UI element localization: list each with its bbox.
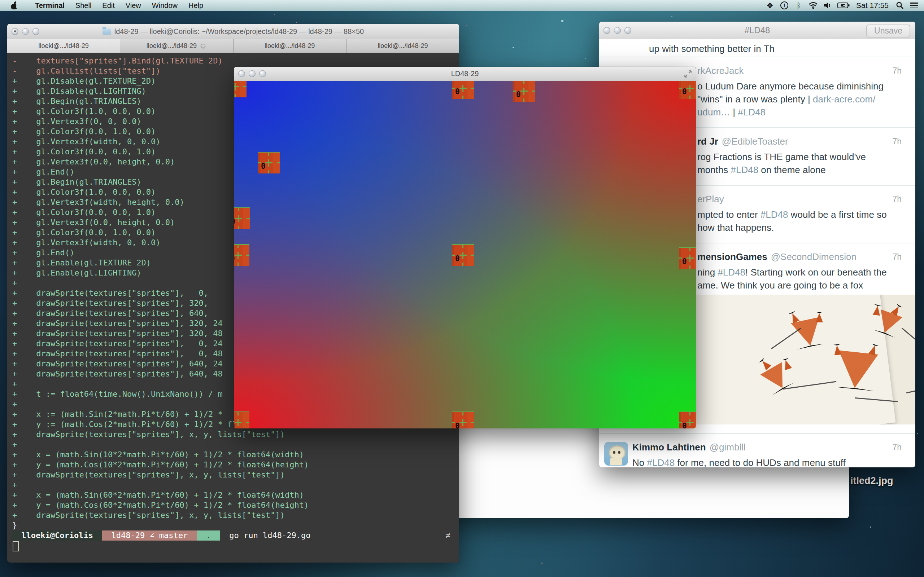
tweet-link[interactable]: #LD48 xyxy=(731,164,759,175)
ld48-titlebar[interactable]: LD48-29 xyxy=(234,67,696,81)
diff-line: - textures["sprites"].Bind(gl.TEXTURE_2D… xyxy=(12,56,459,66)
star-speck xyxy=(512,47,514,48)
terminal-tab[interactable]: lloeki@.../ld48-29 xyxy=(7,39,120,53)
star-speck xyxy=(585,58,586,59)
prompt-segment-status: . xyxy=(197,530,220,541)
tweet-handle[interactable]: rkAcreJack xyxy=(697,65,744,76)
crosshair-icon xyxy=(237,412,239,416)
tweet-display-name[interactable]: rd Jr xyxy=(697,136,718,147)
tweet-text-line: months #LD48 on theme alone xyxy=(697,163,901,176)
menu-clock[interactable]: Sat 17:55 xyxy=(855,1,890,10)
diff-line: + y = (math.Cos(60*2*math.Pi*t/60) + 1)/… xyxy=(12,500,459,510)
spotlight-icon[interactable] xyxy=(895,0,905,11)
tweet-handle[interactable]: @SecondDimension xyxy=(771,251,856,262)
bluetooth-icon[interactable]: ᛒ xyxy=(794,0,803,11)
time-machine-icon[interactable]: ! xyxy=(780,0,789,11)
crosshair-icon xyxy=(471,88,474,89)
tweet-text: o Ludum Dare anymore because diminishing xyxy=(697,81,884,92)
zoom-button[interactable] xyxy=(32,28,39,35)
crosshair-icon xyxy=(679,258,682,259)
twitter-titlebar[interactable]: #LD48 Unsave xyxy=(599,22,915,39)
crosshair-icon xyxy=(523,98,525,102)
minimize-button[interactable] xyxy=(249,70,255,77)
tweet-display-name[interactable]: Kimmo Lahtinen xyxy=(632,442,706,453)
tweet-text-line: No #LD48 for me, need to do HUDs and men… xyxy=(632,456,901,467)
tweet-link[interactable]: #LD48 xyxy=(738,107,766,118)
tweet-link[interactable]: #LD48 xyxy=(717,267,745,278)
minimize-button[interactable] xyxy=(22,28,29,35)
tweet-display-name[interactable]: mensionGames xyxy=(697,251,767,262)
sprite-index-label: 0 xyxy=(455,254,460,263)
sprite-index-label: 0 xyxy=(682,422,687,429)
ld48-game-window: LD48-29 000000000000 xyxy=(234,67,696,428)
star-speck xyxy=(296,22,297,23)
sprite-index-label: 0 xyxy=(682,87,687,96)
desktop-file-label[interactable]: itled2.jpg xyxy=(850,475,893,487)
notification-center-icon[interactable] xyxy=(909,0,919,11)
menu-item-terminal[interactable]: Terminal xyxy=(30,0,70,11)
tweet-text-line: rog Fractions is THE game that would've xyxy=(697,150,901,163)
sprite: 0 xyxy=(679,411,696,429)
unsave-button[interactable]: Unsave xyxy=(866,24,910,37)
apple-menu-icon[interactable] xyxy=(11,2,17,10)
tweet-handle[interactable]: erPlay xyxy=(697,193,724,205)
tweet-link[interactable]: dark-acre.com/ xyxy=(813,94,875,105)
star-speck xyxy=(274,15,275,15)
terminal-tab[interactable]: lloeki@.../ld48-29 xyxy=(234,39,347,53)
star-speck xyxy=(671,16,672,17)
tweet-link[interactable]: udum… xyxy=(697,107,733,118)
tweet-link[interactable]: #LD48 xyxy=(647,457,675,467)
menu-item-shell[interactable]: Shell xyxy=(70,0,97,11)
zoom-button[interactable] xyxy=(259,70,266,77)
tweet-row[interactable]: Kimmo Lahtinen@gimblll7hNo #LD48 for me,… xyxy=(599,434,915,467)
typed-command[interactable]: go run ld48-29.go xyxy=(225,530,310,541)
menu-item-window[interactable]: Window xyxy=(147,0,183,11)
crosshair-icon xyxy=(679,422,682,423)
tweet-text: No xyxy=(632,457,647,467)
terminal-tab[interactable]: lloeki@.../ld48-29 xyxy=(347,39,459,53)
sprite: 0 xyxy=(679,247,696,269)
tab-label: lloeki@.../ld48-29 xyxy=(38,42,89,50)
tweet-row[interactable]: up with something better in Th xyxy=(599,39,915,57)
crosshair-icon xyxy=(690,248,690,251)
terminal-titlebar[interactable]: ld48-29 — lloeki@Coriolis: ~/Workspace/p… xyxy=(7,24,459,39)
tweet-name-line: erPlay xyxy=(697,193,901,208)
close-button[interactable] xyxy=(604,27,611,34)
crosshair-icon xyxy=(513,90,516,92)
terminal-tab[interactable]: lloeki@.../ld48-29 xyxy=(120,39,233,53)
tweet-text: ! Starting work on our beneath the xyxy=(745,267,887,278)
tweet-text-line: up with something better in Th xyxy=(649,42,901,55)
crosshair-icon xyxy=(234,422,242,423)
terminal-cursor xyxy=(13,541,19,551)
menu-item-edit[interactable]: Edit xyxy=(97,0,120,11)
close-button[interactable] xyxy=(238,70,245,77)
close-button[interactable] xyxy=(11,28,18,35)
minimize-button[interactable] xyxy=(614,27,621,34)
tweet-handle[interactable]: @gimblll xyxy=(709,442,746,453)
menu-item-help[interactable]: Help xyxy=(183,0,208,11)
tweet-link[interactable]: #LD48 xyxy=(761,209,788,220)
tweet-timestamp: 7h xyxy=(892,252,901,262)
battery-icon[interactable] xyxy=(837,0,850,11)
zoom-button[interactable] xyxy=(624,27,631,34)
tweet-timestamp: 7h xyxy=(892,66,901,76)
diff-line: + x = (math.Sin(10*2*math.Pi*t/60) + 1)/… xyxy=(12,450,459,460)
tweet-text: | xyxy=(733,107,738,118)
menu-bar: TerminalShellEditViewWindowHelp ❖!ᛒSat 1… xyxy=(0,0,924,11)
menu-item-view[interactable]: View xyxy=(120,0,147,11)
crosshair-icon xyxy=(690,95,690,99)
tweet-photo[interactable] xyxy=(674,295,915,424)
wifi-icon[interactable] xyxy=(809,0,818,11)
crosshair-icon xyxy=(687,258,694,259)
resize-icon[interactable] xyxy=(683,69,692,80)
crosshair-icon xyxy=(523,81,525,84)
dropbox-icon[interactable]: ❖ xyxy=(765,0,775,11)
tweet-handle[interactable]: @EdibleToaster xyxy=(722,136,788,147)
crosshair-icon xyxy=(687,422,694,423)
tweet-text: rog Fractions is THE game that would've xyxy=(697,152,866,162)
avatar-art xyxy=(618,451,620,454)
volume-icon[interactable] xyxy=(823,0,832,11)
fox-sketch xyxy=(873,305,881,316)
crosshair-icon xyxy=(459,255,467,256)
tab-label: lloeki@.../ld48-29 xyxy=(378,42,428,50)
